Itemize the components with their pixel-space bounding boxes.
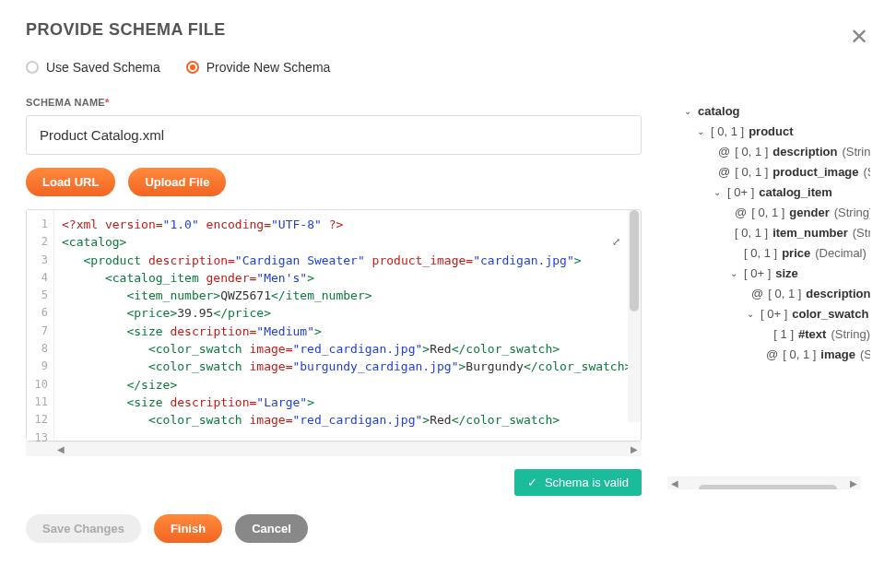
radio-dot-icon xyxy=(26,61,39,74)
schema-valid-badge: ✓ Schema is valid xyxy=(514,469,642,496)
tree-node-catalog[interactable]: ⌄ catalog xyxy=(658,100,870,121)
schema-tree[interactable]: ⌄ catalog⌄[ 0, 1 ] product@[ 0, 1 ] desc… xyxy=(658,97,870,489)
tree-node-catalog_item[interactable]: ⌄[ 0+ ] catalog_item xyxy=(658,182,870,202)
tree-node-description[interactable]: @[ 0, 1 ] description (String) xyxy=(658,283,870,303)
scroll-right-icon[interactable]: ▶ xyxy=(846,478,861,488)
scroll-right-icon[interactable]: ▶ xyxy=(627,444,642,454)
radio-provide-new[interactable]: Provide New Schema xyxy=(186,60,331,75)
scroll-left-icon[interactable]: ◀ xyxy=(667,478,682,488)
code-editor[interactable]: 12345678910111213 <?xml version="1.0" en… xyxy=(26,209,642,441)
close-icon[interactable]: ✕ xyxy=(850,26,868,48)
editor-vertical-scrollbar[interactable] xyxy=(628,210,641,422)
scrollbar-thumb[interactable] xyxy=(630,210,639,312)
tree-horizontal-scrollbar[interactable]: ◀ ▶ xyxy=(667,476,861,489)
schema-name-label: SCHEMA NAME* xyxy=(26,97,642,108)
editor-content[interactable]: <?xml version="1.0" encoding="UTF-8" ?><… xyxy=(54,210,641,441)
chevron-down-icon[interactable]: ⌄ xyxy=(713,187,723,197)
check-icon: ✓ xyxy=(527,476,537,489)
save-changes-button: Save Changes xyxy=(26,514,141,543)
tree-node-item_number[interactable]: [ 0, 1 ] item_number (String) xyxy=(658,222,870,242)
tree-node-color_swatch[interactable]: ⌄[ 0+ ] color_swatch xyxy=(658,303,870,323)
chevron-down-icon[interactable]: ⌄ xyxy=(730,268,739,278)
radio-dot-icon xyxy=(186,61,199,74)
chevron-down-icon[interactable]: ⌄ xyxy=(684,106,693,116)
radio-use-saved[interactable]: Use Saved Schema xyxy=(26,60,160,75)
tree-node-price[interactable]: [ 0, 1 ] price (Decimal) xyxy=(658,242,870,263)
tree-node-text[interactable]: [ 1 ] #text (String) xyxy=(658,323,870,344)
scroll-left-icon[interactable]: ◀ xyxy=(53,444,68,454)
dialog-title: PROVIDE SCHEMA FILE xyxy=(26,20,870,40)
scrollbar-track[interactable] xyxy=(68,445,627,454)
cancel-button[interactable]: Cancel xyxy=(235,514,308,543)
editor-gutter: 12345678910111213 xyxy=(27,210,54,441)
tree-node-gender[interactable]: @[ 0, 1 ] gender (String) xyxy=(658,202,870,222)
tree-node-image[interactable]: @[ 0, 1 ] image (String) xyxy=(658,344,870,364)
tree-node-description[interactable]: @[ 0, 1 ] description (String) xyxy=(658,141,870,161)
schema-name-input[interactable] xyxy=(26,115,642,155)
chevron-down-icon[interactable]: ⌄ xyxy=(697,126,706,136)
upload-file-button[interactable]: Upload File xyxy=(128,168,226,196)
expand-icon[interactable]: ⤢ xyxy=(612,236,620,248)
tree-node-product[interactable]: ⌄[ 0, 1 ] product xyxy=(658,121,870,141)
tree-node-product_image[interactable]: @[ 0, 1 ] product_image (String) xyxy=(658,161,870,182)
load-url-button[interactable]: Load URL xyxy=(26,168,115,196)
radio-label: Provide New Schema xyxy=(206,60,331,75)
editor-horizontal-scrollbar[interactable]: ◀ ▶ xyxy=(26,441,642,456)
finish-button[interactable]: Finish xyxy=(154,514,222,543)
chevron-down-icon[interactable]: ⌄ xyxy=(747,309,756,319)
scrollbar-thumb[interactable] xyxy=(699,485,837,489)
tree-node-size[interactable]: ⌄[ 0+ ] size xyxy=(658,263,870,283)
radio-label: Use Saved Schema xyxy=(46,60,160,75)
